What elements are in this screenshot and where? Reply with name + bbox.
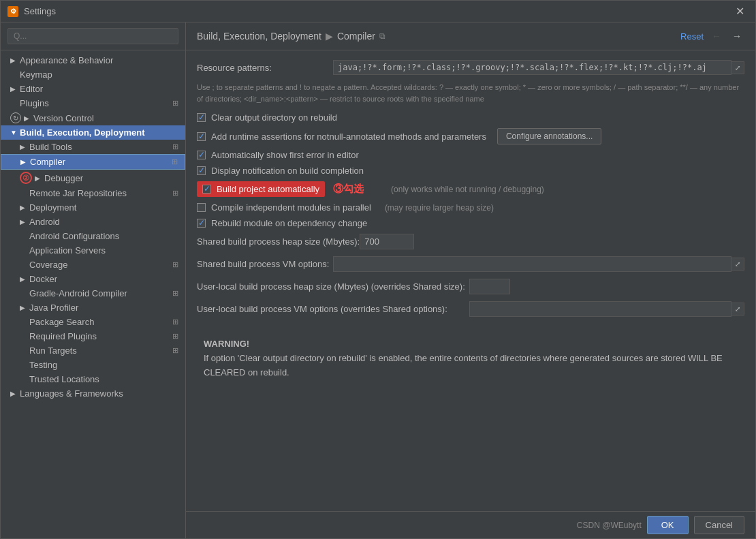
ok-button[interactable]: OK (647, 516, 689, 534)
resource-patterns-input-group: ⤢ (333, 60, 744, 75)
main-content: ▶ Appearance & Behavior Keymap ▶ Editor … (1, 22, 755, 538)
sidebar-item-editor[interactable]: ▶ Editor (1, 82, 185, 96)
sidebar-item-label: Remote Jar Repositories (29, 188, 170, 198)
rebuild-module-label: Rebuild module on dependency change (211, 218, 367, 228)
sidebar-item-label: Version Control (33, 113, 178, 123)
user-heap-input[interactable] (469, 279, 510, 294)
vm-options-label: Shared build process VM options: (197, 256, 333, 269)
rebuild-module-checkbox[interactable] (197, 219, 206, 228)
sidebar-item-build-tools[interactable]: ▶ Build Tools ⊞ (1, 140, 185, 154)
sidebar-item-label: Testing (29, 360, 178, 370)
arrow-icon: ▶ (20, 304, 27, 311)
build-auto-label: Build project automatically (217, 184, 319, 194)
annotation-text: ③勾选 (333, 183, 364, 196)
sidebar-item-label: Coverage (29, 260, 170, 270)
sidebar-item-label: Application Servers (29, 245, 178, 256)
sidebar-item-plugins[interactable]: Plugins ⊞ (1, 96, 185, 110)
sidebar-item-label: Debugger (44, 173, 178, 183)
user-vm-input[interactable] (469, 301, 731, 317)
sidebar-item-coverage[interactable]: Coverage ⊞ (1, 258, 185, 272)
sidebar: ▶ Appearance & Behavior Keymap ▶ Editor … (1, 22, 186, 538)
sidebar-item-label: Android Configurations (29, 231, 178, 241)
sidebar-item-gradle-android[interactable]: Gradle-Android Compiler ⊞ (1, 286, 185, 301)
sidebar-item-label: Build, Execution, Deployment (20, 127, 178, 138)
user-vm-expand-button[interactable]: ⤢ (731, 303, 744, 315)
arrow-icon: ▶ (35, 174, 42, 182)
plugin-icon: ⊞ (172, 99, 178, 108)
sidebar-item-version-control[interactable]: ↻ ▶ Version Control (1, 110, 185, 125)
compile-parallel-label: Compile independent modules in parallel (211, 202, 371, 213)
settings-icon: ⊞ (172, 346, 178, 355)
add-runtime-label: Add runtime assertions for notnull-annot… (211, 132, 486, 142)
sidebar-item-label: Languages & Frameworks (20, 388, 178, 399)
app-icon: ⚙ (7, 6, 18, 17)
settings-icon: ⊞ (172, 289, 178, 298)
sidebar-item-appearance[interactable]: ▶ Appearance & Behavior (1, 53, 185, 67)
debugger-circle: ② (20, 172, 32, 184)
sidebar-item-app-servers[interactable]: Application Servers (1, 243, 185, 258)
hint-text: Use ; to separate patterns and ! to nega… (197, 82, 744, 104)
panel-body: Resource patterns: ⤢ Use ; to separate p… (186, 50, 755, 511)
expand-button[interactable]: ⤢ (731, 61, 744, 74)
sidebar-item-keymap[interactable]: Keymap (1, 67, 185, 82)
resource-patterns-input[interactable] (333, 60, 731, 75)
sidebar-item-label: Docker (29, 274, 178, 284)
sidebar-item-android-configs[interactable]: Android Configurations (1, 229, 185, 243)
sidebar-item-label: Editor (20, 84, 178, 94)
sidebar-item-android[interactable]: ▶ Android (1, 215, 185, 229)
compile-parallel-row: Compile independent modules in parallel … (197, 202, 744, 213)
build-auto-row: Build project automatically ③勾选 (only wo… (197, 181, 744, 197)
vm-options-input[interactable] (333, 256, 731, 272)
sidebar-item-run-targets[interactable]: Run Targets ⊞ (1, 343, 185, 358)
user-vm-label: User-local build process VM options (ove… (197, 301, 469, 314)
sidebar-item-testing[interactable]: Testing (1, 358, 185, 372)
compile-parallel-sidenote: (may require larger heap size) (385, 203, 494, 213)
sidebar-item-label: Appearance & Behavior (20, 55, 178, 65)
show-error-label: Automatically show first error in editor (211, 150, 359, 160)
compile-parallel-checkbox[interactable] (197, 203, 206, 212)
sidebar-item-docker[interactable]: ▶ Docker (1, 272, 185, 286)
sidebar-item-compiler[interactable]: ▶ Compiler ⊞ (1, 154, 185, 170)
sidebar-item-debugger[interactable]: ② ▶ Debugger (1, 170, 185, 186)
sidebar-item-languages[interactable]: ▶ Languages & Frameworks (1, 386, 185, 401)
clear-output-label: Clear output directory on rebuild (211, 112, 337, 123)
build-auto-checkbox[interactable] (202, 185, 211, 194)
reset-button[interactable]: Reset (680, 31, 704, 42)
rebuild-module-row: Rebuild module on dependency change (197, 218, 744, 228)
search-input[interactable] (7, 28, 178, 44)
clear-output-checkbox[interactable] (197, 113, 206, 122)
sidebar-item-deployment[interactable]: ▶ Deployment (1, 200, 185, 215)
show-error-checkbox[interactable] (197, 151, 206, 159)
sidebar-item-java-profiler[interactable]: ▶ Java Profiler (1, 301, 185, 315)
user-vm-input-group: ⤢ (469, 301, 744, 317)
sidebar-item-package-search[interactable]: Package Search ⊞ (1, 315, 185, 329)
configure-annotations-button[interactable]: Configure annotations... (497, 128, 601, 144)
display-notification-checkbox[interactable] (197, 166, 206, 175)
user-vm-row: User-local build process VM options (ove… (197, 301, 744, 317)
heap-size-input[interactable] (360, 234, 414, 249)
cancel-button[interactable]: Cancel (694, 516, 744, 534)
sidebar-item-trusted-locations[interactable]: Trusted Locations (1, 372, 185, 386)
settings-icon: ⊞ (172, 332, 178, 341)
vm-options-input-group: ⤢ (333, 256, 744, 272)
sidebar-item-label: Compiler (30, 157, 169, 167)
arrow-icon: ▶ (10, 85, 17, 93)
vm-expand-button[interactable]: ⤢ (731, 258, 744, 271)
add-runtime-checkbox[interactable] (197, 132, 206, 141)
heap-size-row: Shared build process heap size (Mbytes): (197, 234, 744, 249)
back-arrow[interactable]: ← (709, 29, 724, 43)
settings-icon: ⊞ (172, 142, 178, 151)
resource-patterns-label: Resource patterns: (197, 60, 333, 73)
user-heap-row: User-local build process heap size (Mbyt… (197, 279, 744, 294)
sidebar-item-remote-jar[interactable]: Remote Jar Repositories ⊞ (1, 186, 185, 200)
sidebar-item-required-plugins[interactable]: Required Plugins ⊞ (1, 329, 185, 343)
close-button[interactable]: ✕ (731, 3, 749, 19)
settings-window: ⚙ Settings ✕ ▶ Appearance & Behavior Key… (0, 0, 756, 539)
arrow-icon: ▶ (10, 390, 17, 397)
watermark: CSDN @WEubytt (577, 521, 642, 530)
arrow-icon: ▶ (10, 57, 17, 64)
forward-arrow[interactable]: → (729, 29, 744, 43)
breadcrumb: Build, Execution, Deployment ▶ Compiler … (197, 31, 385, 42)
sidebar-item-build-execution[interactable]: ▼ Build, Execution, Deployment (1, 125, 185, 140)
breadcrumb-parent: Build, Execution, Deployment (197, 31, 321, 42)
